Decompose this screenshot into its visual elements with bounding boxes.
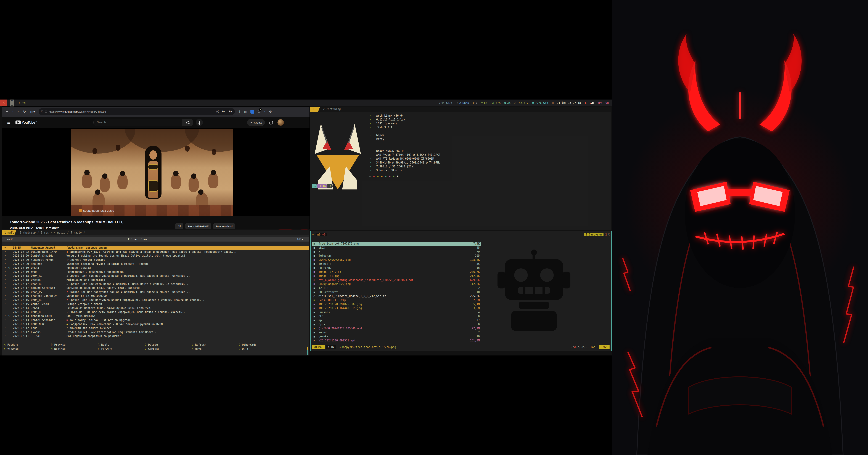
file-row[interactable]: Буря 0 (312, 322, 481, 326)
volume-module[interactable]: ◄)87% (491, 101, 500, 104)
keybind[interactable]: RReply (96, 343, 143, 347)
extensions-puzzle-icon[interactable]: ❖ (269, 110, 272, 113)
keybind[interactable]: >ViewMsg (2, 347, 49, 351)
tab-inactive[interactable]: 2 whatsapp (20, 231, 36, 234)
fm-tab-inactive[interactable]: 2X (605, 233, 610, 236)
file-row[interactable]: GkC0yLaXgAAP-H2.jpeg 112,2K (312, 282, 481, 286)
create-button[interactable]: ＋Create (247, 119, 265, 126)
search-button[interactable] (182, 119, 193, 126)
rss-icon[interactable]: ⓡ (216, 110, 219, 113)
youtube-logo[interactable]: YouTube RU (16, 121, 38, 125)
voice-search-button[interactable] (196, 119, 203, 126)
mail-row[interactable]: 2025-02-12 Гала Клиенты для вашего бизне… (2, 326, 309, 330)
mail-row[interactable]: 14:35 Медведев Андрей Глобальные торговы… (2, 246, 309, 250)
mail-row[interactable]: 2025-02-13 Daniel Shnaider Your Warmy To… (2, 318, 309, 322)
file-row[interactable]: 123113 2 (312, 286, 481, 290)
mail-row[interactable]: 2025-02-14 Эльза Реклама от первого лица… (2, 306, 309, 310)
keybind[interactable]: FForward (96, 347, 143, 351)
shell-prompt[interactable]: ~ 1.46 $ (312, 184, 337, 188)
tab-inactive[interactable]: 3 rss (41, 231, 49, 234)
fm-tab-active[interactable]: 1 Загрузки (584, 233, 603, 236)
tab-active[interactable]: 1 ~ (310, 107, 320, 111)
reload-button[interactable]: ↻ (23, 110, 26, 114)
clock-module[interactable]: Пн 24 фев 15:27:18 (552, 101, 581, 104)
mail-row[interactable]: 2025-02-11 JETMAIL Ваш надежный подрядчи… (2, 334, 309, 338)
tab-mail-active[interactable]: 1 mail (2, 230, 17, 235)
filter-chip[interactable]: From iNEGATIVE (185, 223, 211, 229)
file-row[interactable]: IMG_20250123_164440_015.jpg 3,6M (312, 306, 481, 310)
file-row[interactable]: VID_20241130_092551.mp4 151,3M (312, 338, 481, 343)
file-row[interactable]: Пингвины 16 (312, 266, 481, 270)
keybind[interactable]: DDelete (143, 343, 190, 347)
file-row[interactable]: gomuks 10 (312, 334, 481, 338)
menu-icon[interactable]: ≡ (6, 110, 8, 113)
url-text[interactable]: https://www.youtube.com/watch?v=5b8A-jgx… (49, 110, 106, 113)
launcher-label[interactable]: » fm ~ (19, 101, 29, 104)
mail-row[interactable]: 2025-02-17 Ozon.Ru Срочно! Для Вас есть … (2, 282, 309, 286)
file-row[interactable]: Q_VIDEO_20241220_085546.mp4 97,2M (312, 326, 481, 330)
mail-scroll-indicator2[interactable] (307, 350, 308, 355)
translate-icon[interactable]: A× (222, 110, 225, 113)
file-row[interactable]: oth_A_ardor-gaming-wakizashi_instrukcia_… (312, 278, 481, 282)
notification-module[interactable]: ● (585, 101, 586, 104)
youtube-menu-icon[interactable]: ☰ (7, 120, 10, 125)
filter-chip[interactable]: Tomorrowland (213, 223, 235, 229)
file-row[interactable]: TORRENTS 35 (312, 262, 481, 266)
file-row[interactable]: MiniFuse1_Firmware_Update_1_5_0_212_win.… (312, 294, 481, 298)
keybind[interactable]: PPrevMsg (49, 343, 96, 347)
keybind[interactable]: QQuit (237, 347, 283, 351)
keybind[interactable]: CCompose (143, 347, 190, 351)
mail-row[interactable]: 2025-02-20 Неонила Экспресс-доставка гру… (2, 262, 309, 266)
reader-button[interactable]: ▤▾ (30, 110, 35, 114)
mail-row[interactable]: 2025-02-18 OZON_RU Срочно! Для Вас посту… (2, 274, 309, 278)
keybind[interactable]: NNextMsg (49, 347, 96, 351)
extension-screenshot-icon[interactable]: ⛶ (258, 110, 260, 113)
mail-row[interactable]: 2025-02-14 OZON_RU Внимание! Для Вас ест… (2, 310, 309, 314)
file-row[interactable]: Lens-FREE-1.3.zip 32,9M (312, 298, 481, 302)
search-bar[interactable] (93, 119, 193, 126)
file-row[interactable]: X 79 (312, 250, 481, 254)
url-bar[interactable]: ⛉ ⚿ https://www.youtube.com/watch?v=5b8A… (39, 108, 235, 115)
sidebar-icon[interactable]: ▥ (244, 110, 247, 113)
mail-row[interactable]: 2025-02-19 Ольга приведем заказы (2, 266, 309, 270)
file-row[interactable]: 000-razobrat 10 (312, 290, 481, 294)
mail-row[interactable]: 2025-02-15 OzOn_RU Срочно! Для Вас посту… (2, 298, 309, 302)
mail-row[interactable]: 2025-02-18 Оксана Информация для директо… (2, 278, 309, 282)
file-row[interactable]: GkFPR-GXUAACWSS.jpeg 128,4K (312, 258, 481, 262)
mail-row[interactable]: 2025-02-16 Ozon_Py Важно! Для Вас поступ… (2, 290, 309, 294)
keybind[interactable]: MMove (190, 347, 237, 351)
mail-row[interactable]: 2025-02-13 OZON_NEWS Поздравляем! Вам на… (2, 322, 309, 326)
vpn-module[interactable]: VPN: ON (597, 101, 609, 104)
keybind[interactable]: OOtherCmds (237, 343, 283, 347)
tab-inactive[interactable]: 5 radio (70, 231, 82, 234)
mail-row[interactable]: 2025-02-12 Exodus Exodus Wallet: New Ver… (2, 330, 309, 334)
notifications-bell-icon[interactable] (270, 121, 273, 124)
file-row[interactable]: mp3 77 (312, 318, 481, 322)
file-row[interactable]: image (8).jpg 212,4K (312, 274, 481, 278)
file-row[interactable]: OLD 0 (312, 314, 481, 318)
back-button[interactable]: ‹ (12, 110, 13, 113)
file-row[interactable]: image (17).jpg 236,7K (312, 270, 481, 274)
file-row[interactable]: Cursors 4 (312, 310, 481, 315)
mail-row[interactable]: 2025-02-17 Даниил Сотников Большое обнов… (2, 286, 309, 290)
ghost-module[interactable]: ☻0 (473, 101, 477, 104)
avatar[interactable] (277, 119, 284, 126)
keybind[interactable]: LRefresh (190, 343, 237, 347)
shield-icon[interactable]: ⛉ (41, 110, 43, 113)
file-row[interactable]: free-icon-bot-7167276.png 7,4K (312, 242, 481, 246)
video-player[interactable]: SOUND RECORDS & MUSIC (71, 129, 233, 216)
file-row[interactable]: Telegram 205 (312, 254, 481, 258)
mail-row[interactable]: 2025-02-16 Frances Connolly Donation of … (2, 294, 309, 298)
download-icon[interactable]: ⇩ (238, 110, 241, 113)
keyboard-layout-module[interactable]: ⌨EN (481, 101, 487, 104)
mail-row[interactable]: 2025-02-22 WILDBERRIES-INFO (ИЗВЕЩЕНИЕ #… (2, 250, 309, 254)
tab-inactive[interactable]: 2 /h/z/blog (323, 107, 341, 111)
tab-inactive[interactable]: 4 music (54, 231, 65, 234)
mail-row[interactable]: 2025-02-13 Лебедева Юлия SOS! Нужна помо… (2, 314, 309, 318)
video-title[interactable]: Tomorrowland 2025 - Best Remixes & Mashu… (10, 219, 170, 229)
keybind[interactable]: <Folders (2, 343, 49, 347)
file-row[interactable]: VBOX 45 (312, 246, 481, 250)
mail-row[interactable]: 2025-02-20 YunoHost Forum [YunoHost Foru… (2, 258, 309, 262)
extension-blue-icon[interactable] (250, 110, 254, 113)
forward-button[interactable]: › (18, 110, 19, 113)
